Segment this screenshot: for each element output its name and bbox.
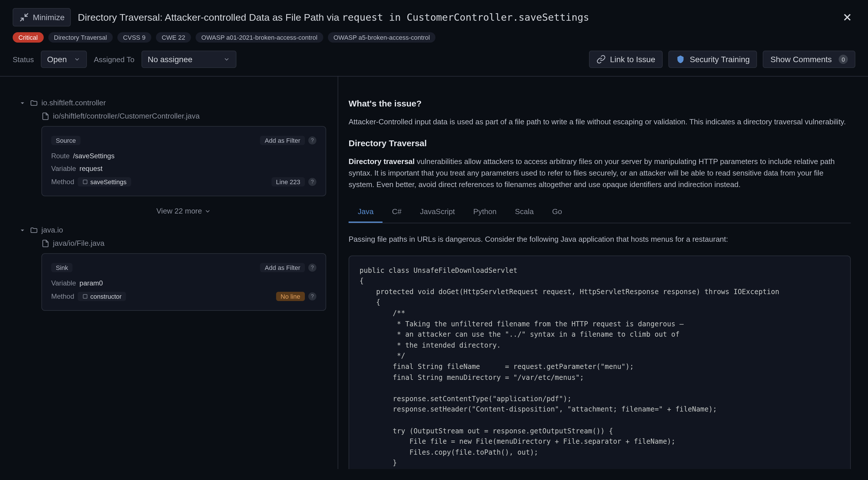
code-icon bbox=[82, 294, 88, 299]
source-card: Source Add as Filter ? Route /saveSettin… bbox=[41, 126, 326, 196]
dt-body-text: vulnerabilities allow attackers to acces… bbox=[348, 157, 835, 189]
caret-down-icon bbox=[19, 226, 27, 234]
variable-label: Variable bbox=[51, 279, 76, 287]
svg-rect-1 bbox=[83, 294, 87, 298]
title-prefix: Directory Traversal: Attacker-controlled… bbox=[78, 12, 342, 23]
tab-python[interactable]: Python bbox=[464, 201, 506, 222]
issue-heading: What's the issue? bbox=[348, 98, 851, 108]
line-pill[interactable]: Line 223 bbox=[272, 177, 305, 186]
folder-name: io.shiftleft.controller bbox=[41, 98, 106, 107]
method-pill[interactable]: constructor bbox=[78, 292, 126, 301]
status-dropdown[interactable]: Open bbox=[41, 51, 87, 68]
close-button[interactable] bbox=[839, 9, 855, 25]
assigned-to-label: Assigned To bbox=[94, 55, 134, 64]
tree-folder[interactable]: io.shiftleft.controller bbox=[19, 98, 326, 107]
add-as-filter-button[interactable]: Add as Filter bbox=[260, 263, 305, 272]
tab-csharp[interactable]: C# bbox=[383, 201, 411, 222]
svg-rect-0 bbox=[83, 180, 87, 184]
file-icon bbox=[41, 239, 50, 247]
dt-strong: Directory traversal bbox=[348, 157, 415, 166]
tab-java[interactable]: Java bbox=[348, 201, 383, 222]
shield-icon bbox=[676, 55, 685, 64]
title-code: request in CustomerController.saveSettin… bbox=[342, 11, 589, 23]
no-line-pill: No line bbox=[276, 292, 305, 301]
assignee-dropdown[interactable]: No assignee bbox=[141, 51, 236, 68]
chevron-down-icon bbox=[223, 56, 230, 63]
help-icon[interactable]: ? bbox=[308, 264, 316, 272]
folder-icon bbox=[30, 226, 38, 234]
source-pill: Source bbox=[51, 136, 81, 145]
variable-value: param0 bbox=[80, 279, 103, 287]
sink-card: Sink Add as Filter ? Variable param0 Met… bbox=[41, 253, 326, 311]
show-comments-label: Show Comments bbox=[771, 55, 832, 64]
status-label: Status bbox=[13, 55, 34, 64]
assignee-value: No assignee bbox=[148, 55, 192, 64]
code-icon bbox=[82, 179, 88, 185]
tab-go[interactable]: Go bbox=[543, 201, 571, 222]
tag-owasp-a5[interactable]: OWASP a5-broken-access-control bbox=[328, 32, 436, 42]
dt-body: Directory traversal vulnerabilities allo… bbox=[348, 156, 851, 191]
tag-cwe[interactable]: CWE 22 bbox=[156, 32, 191, 42]
link-to-issue-label: Link to Issue bbox=[610, 55, 655, 64]
view-more-button[interactable]: View 22 more bbox=[41, 207, 326, 215]
page-title: Directory Traversal: Attacker-controlled… bbox=[78, 11, 589, 23]
tag-directory-traversal[interactable]: Directory Traversal bbox=[48, 32, 113, 42]
file-name: io/shiftleft/controller/CustomerControll… bbox=[53, 112, 199, 120]
minimize-icon bbox=[19, 12, 29, 23]
chevron-down-icon bbox=[74, 56, 81, 63]
chevron-down-icon bbox=[204, 208, 211, 214]
tab-javascript[interactable]: JavaScript bbox=[411, 201, 464, 222]
tree-folder[interactable]: java.io bbox=[19, 226, 326, 234]
method-label: Method bbox=[51, 178, 74, 186]
close-icon bbox=[841, 11, 853, 23]
security-training-label: Security Training bbox=[690, 55, 750, 64]
minimize-button[interactable]: Minimize bbox=[13, 8, 71, 27]
dt-heading: Directory Traversal bbox=[348, 138, 851, 148]
route-label: Route bbox=[51, 152, 70, 160]
tag-owasp-2021[interactable]: OWASP a01-2021-broken-access-control bbox=[195, 32, 323, 42]
minimize-label: Minimize bbox=[33, 13, 64, 22]
show-comments-button[interactable]: Show Comments 0 bbox=[763, 51, 855, 68]
help-icon[interactable]: ? bbox=[308, 137, 316, 145]
help-icon[interactable]: ? bbox=[308, 292, 316, 300]
issue-description: Attacker-Controlled input data is used a… bbox=[348, 116, 851, 128]
folder-name: java.io bbox=[41, 226, 63, 234]
comment-count: 0 bbox=[839, 55, 848, 64]
folder-icon bbox=[30, 99, 38, 107]
file-name: java/io/File.java bbox=[53, 239, 104, 247]
add-as-filter-button[interactable]: Add as Filter bbox=[260, 136, 305, 145]
severity-badge: Critical bbox=[13, 32, 43, 42]
view-more-label: View 22 more bbox=[156, 207, 202, 215]
variable-value: request bbox=[80, 164, 102, 173]
example-intro: Passing file paths in URLs is dangerous.… bbox=[348, 233, 851, 245]
help-icon[interactable]: ? bbox=[308, 178, 316, 186]
status-value: Open bbox=[47, 55, 67, 64]
sink-pill: Sink bbox=[51, 263, 73, 272]
caret-down-icon bbox=[19, 99, 27, 107]
tree-file[interactable]: java/io/File.java bbox=[41, 239, 326, 247]
code-block: public class UnsafeFileDownloadServlet {… bbox=[348, 255, 851, 469]
tree-file[interactable]: io/shiftleft/controller/CustomerControll… bbox=[41, 112, 326, 120]
tab-scala[interactable]: Scala bbox=[506, 201, 543, 222]
route-value: /saveSettings bbox=[73, 152, 115, 160]
variable-label: Variable bbox=[51, 164, 76, 173]
link-to-issue-button[interactable]: Link to Issue bbox=[589, 51, 663, 68]
link-icon bbox=[596, 55, 606, 64]
method-value: constructor bbox=[90, 293, 122, 300]
file-icon bbox=[41, 112, 50, 120]
security-training-button[interactable]: Security Training bbox=[669, 51, 757, 68]
method-label: Method bbox=[51, 292, 74, 300]
method-value: saveSettings bbox=[90, 178, 127, 185]
tag-cvss[interactable]: CVSS 9 bbox=[117, 32, 151, 42]
method-pill[interactable]: saveSettings bbox=[78, 177, 131, 186]
